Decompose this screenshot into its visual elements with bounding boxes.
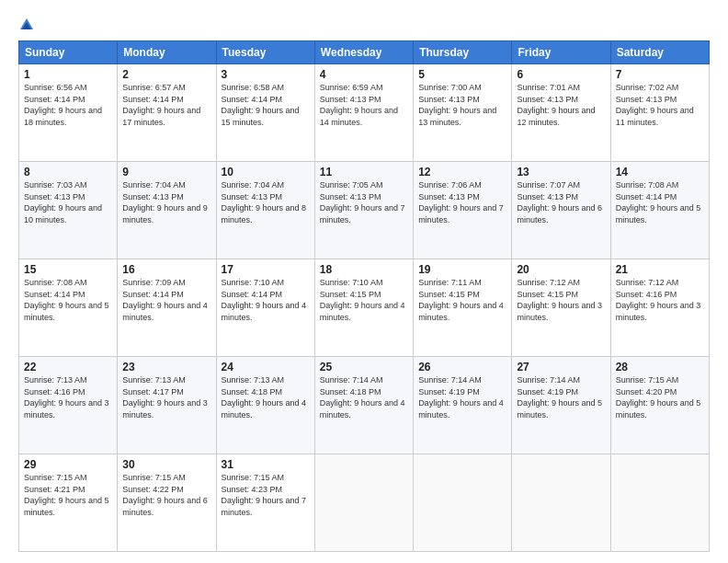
calendar-cell: 22 Sunrise: 7:13 AMSunset: 4:16 PMDaylig… [19,357,118,454]
calendar-cell: 30 Sunrise: 7:15 AMSunset: 4:22 PMDaylig… [118,454,216,552]
day-number: 31 [222,458,310,471]
day-number: 9 [122,166,210,178]
day-info: Sunrise: 6:59 AMSunset: 4:13 PMDaylight:… [320,83,398,127]
calendar-table: SundayMondayTuesdayWednesdayThursdayFrid… [18,40,710,552]
day-info: Sunrise: 7:10 AMSunset: 4:15 PMDaylight:… [320,278,405,322]
day-number: 16 [122,263,210,276]
weekday-header-wednesday: Wednesday [314,41,413,64]
logo [18,17,37,33]
day-number: 12 [418,166,506,178]
day-number: 19 [418,263,506,276]
day-number: 21 [616,263,704,276]
day-number: 22 [24,361,112,373]
day-info: Sunrise: 7:11 AMSunset: 4:15 PMDaylight:… [418,278,504,322]
weekday-header-sunday: Sunday [19,41,118,64]
day-number: 29 [24,458,112,471]
day-number: 24 [222,361,310,373]
day-info: Sunrise: 6:57 AMSunset: 4:14 PMDaylight:… [122,83,200,127]
day-info: Sunrise: 7:14 AMSunset: 4:18 PMDaylight:… [320,375,405,419]
day-info: Sunrise: 7:15 AMSunset: 4:23 PMDaylight:… [222,473,307,517]
day-info: Sunrise: 7:03 AMSunset: 4:13 PMDaylight:… [24,180,102,224]
weekday-header-tuesday: Tuesday [216,41,314,64]
calendar-cell: 28 Sunrise: 7:15 AMSunset: 4:20 PMDaylig… [610,357,709,454]
calendar-cell: 1 Sunrise: 6:56 AMSunset: 4:14 PMDayligh… [19,64,118,162]
weekday-header-monday: Monday [118,41,216,64]
day-info: Sunrise: 7:09 AMSunset: 4:14 PMDaylight:… [122,278,208,322]
weekday-header-row: SundayMondayTuesdayWednesdayThursdayFrid… [19,41,710,64]
day-info: Sunrise: 7:06 AMSunset: 4:13 PMDaylight:… [418,180,504,224]
day-number: 1 [24,68,112,81]
day-info: Sunrise: 7:13 AMSunset: 4:17 PMDaylight:… [122,375,208,419]
calendar-cell: 20 Sunrise: 7:12 AMSunset: 4:15 PMDaylig… [512,259,610,357]
day-number: 20 [517,263,605,276]
calendar-cell [610,454,709,552]
calendar-cell: 10 Sunrise: 7:04 AMSunset: 4:13 PMDaylig… [216,162,314,259]
day-number: 25 [320,361,408,373]
day-info: Sunrise: 7:15 AMSunset: 4:22 PMDaylight:… [122,473,208,517]
day-number: 11 [320,166,408,178]
day-number: 2 [122,68,210,81]
logo-icon [18,17,35,33]
day-info: Sunrise: 7:13 AMSunset: 4:18 PMDaylight:… [222,375,307,419]
day-info: Sunrise: 7:08 AMSunset: 4:14 PMDaylight:… [616,180,701,224]
calendar-cell: 11 Sunrise: 7:05 AMSunset: 4:13 PMDaylig… [314,162,413,259]
logo-area [18,17,37,33]
day-number: 18 [320,263,408,276]
calendar-cell: 5 Sunrise: 7:00 AMSunset: 4:13 PMDayligh… [414,64,512,162]
calendar-cell: 13 Sunrise: 7:07 AMSunset: 4:13 PMDaylig… [512,162,610,259]
calendar-cell: 16 Sunrise: 7:09 AMSunset: 4:14 PMDaylig… [118,259,216,357]
calendar-cell: 23 Sunrise: 7:13 AMSunset: 4:17 PMDaylig… [118,357,216,454]
calendar-cell: 25 Sunrise: 7:14 AMSunset: 4:18 PMDaylig… [314,357,413,454]
calendar-cell [314,454,413,552]
day-info: Sunrise: 7:04 AMSunset: 4:13 PMDaylight:… [222,180,307,224]
day-number: 14 [616,166,704,178]
calendar-row-3: 15 Sunrise: 7:08 AMSunset: 4:14 PMDaylig… [19,259,710,357]
calendar-cell: 4 Sunrise: 6:59 AMSunset: 4:13 PMDayligh… [314,64,413,162]
day-info: Sunrise: 7:12 AMSunset: 4:16 PMDaylight:… [616,278,701,322]
calendar-cell: 2 Sunrise: 6:57 AMSunset: 4:14 PMDayligh… [118,64,216,162]
calendar-cell: 6 Sunrise: 7:01 AMSunset: 4:13 PMDayligh… [512,64,610,162]
day-info: Sunrise: 7:10 AMSunset: 4:14 PMDaylight:… [222,278,307,322]
calendar-cell: 12 Sunrise: 7:06 AMSunset: 4:13 PMDaylig… [414,162,512,259]
header [18,17,710,33]
calendar-cell: 19 Sunrise: 7:11 AMSunset: 4:15 PMDaylig… [414,259,512,357]
calendar-cell [414,454,512,552]
calendar-cell: 7 Sunrise: 7:02 AMSunset: 4:13 PMDayligh… [610,64,709,162]
calendar-cell [512,454,610,552]
calendar-row-5: 29 Sunrise: 7:15 AMSunset: 4:21 PMDaylig… [19,454,710,552]
day-info: Sunrise: 7:12 AMSunset: 4:15 PMDaylight:… [517,278,602,322]
weekday-header-saturday: Saturday [610,41,709,64]
day-info: Sunrise: 7:13 AMSunset: 4:16 PMDaylight:… [24,375,109,419]
day-info: Sunrise: 6:56 AMSunset: 4:14 PMDaylight:… [24,83,102,127]
calendar-cell: 26 Sunrise: 7:14 AMSunset: 4:19 PMDaylig… [414,357,512,454]
day-number: 7 [616,68,704,81]
day-info: Sunrise: 7:07 AMSunset: 4:13 PMDaylight:… [517,180,602,224]
day-number: 27 [517,361,605,373]
day-number: 8 [24,166,112,178]
day-info: Sunrise: 7:04 AMSunset: 4:13 PMDaylight:… [122,180,208,224]
calendar-cell: 27 Sunrise: 7:14 AMSunset: 4:19 PMDaylig… [512,357,610,454]
day-number: 28 [616,361,704,373]
weekday-header-friday: Friday [512,41,610,64]
calendar-cell: 17 Sunrise: 7:10 AMSunset: 4:14 PMDaylig… [216,259,314,357]
calendar-cell: 3 Sunrise: 6:58 AMSunset: 4:14 PMDayligh… [216,64,314,162]
day-info: Sunrise: 7:00 AMSunset: 4:13 PMDaylight:… [418,83,496,127]
calendar-cell: 14 Sunrise: 7:08 AMSunset: 4:14 PMDaylig… [610,162,709,259]
calendar-row-4: 22 Sunrise: 7:13 AMSunset: 4:16 PMDaylig… [19,357,710,454]
calendar-row-1: 1 Sunrise: 6:56 AMSunset: 4:14 PMDayligh… [19,64,710,162]
day-number: 5 [418,68,506,81]
calendar-cell: 15 Sunrise: 7:08 AMSunset: 4:14 PMDaylig… [19,259,118,357]
day-info: Sunrise: 7:08 AMSunset: 4:14 PMDaylight:… [24,278,109,322]
calendar-cell: 29 Sunrise: 7:15 AMSunset: 4:21 PMDaylig… [19,454,118,552]
day-number: 23 [122,361,210,373]
day-info: Sunrise: 7:01 AMSunset: 4:13 PMDaylight:… [517,83,595,127]
day-number: 13 [517,166,605,178]
calendar-cell: 8 Sunrise: 7:03 AMSunset: 4:13 PMDayligh… [19,162,118,259]
calendar-cell: 9 Sunrise: 7:04 AMSunset: 4:13 PMDayligh… [118,162,216,259]
day-info: Sunrise: 6:58 AMSunset: 4:14 PMDaylight:… [222,83,300,127]
calendar-cell: 31 Sunrise: 7:15 AMSunset: 4:23 PMDaylig… [216,454,314,552]
day-number: 6 [517,68,605,81]
calendar-cell: 18 Sunrise: 7:10 AMSunset: 4:15 PMDaylig… [314,259,413,357]
day-number: 10 [222,166,310,178]
day-number: 4 [320,68,408,81]
